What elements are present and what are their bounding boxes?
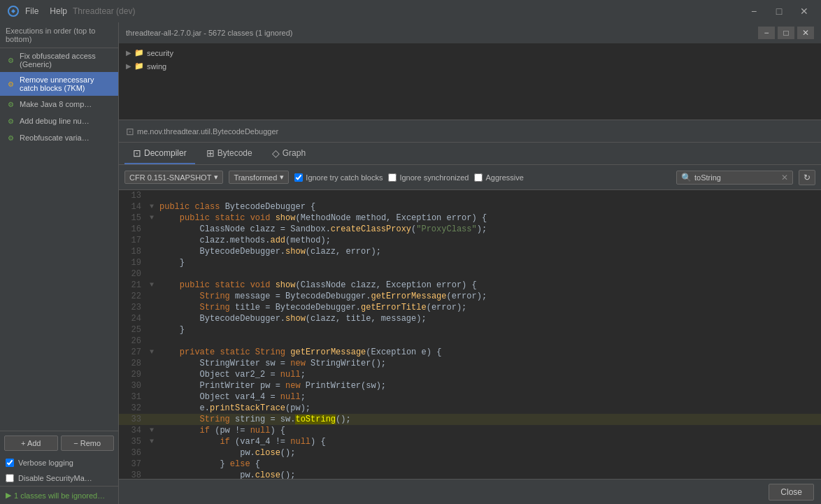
exec-icon-4: ⚙	[6, 133, 15, 143]
transform-dropdown[interactable]: Transformed ▾	[229, 171, 289, 184]
line-number: 25	[119, 324, 147, 336]
fold-icon	[147, 324, 157, 326]
line-number: 14	[119, 201, 147, 213]
menu-help[interactable]: Help	[50, 6, 67, 16]
exec-label-3: Add debug line nu…	[20, 117, 90, 125]
tab-graph-icon: ◇	[272, 147, 280, 159]
tab-graph[interactable]: ◇ Graph	[264, 143, 314, 164]
code-row: 25 }	[119, 324, 821, 336]
fold-icon	[147, 246, 157, 247]
fold-icon[interactable]: ▼	[147, 347, 157, 356]
code-row: 14▼public class BytecodeDebugger {	[119, 201, 821, 213]
code-content: ClassNode clazz = Sandbox.createClassPro…	[157, 224, 821, 235]
line-number: 20	[119, 268, 147, 280]
decompiler-toolbar: CFR 0.151-SNAPSHOT ▾ Transformed ▾ Ignor…	[119, 165, 821, 190]
line-number: 29	[119, 369, 147, 380]
file-tree-minimize[interactable]: −	[758, 27, 775, 39]
fold-icon	[147, 302, 157, 303]
fold-icon[interactable]: ▼	[147, 213, 157, 222]
code-row: 13	[119, 190, 821, 201]
ignore-try-catch-checkbox[interactable]	[294, 173, 303, 182]
fold-icon[interactable]: ▼	[147, 425, 157, 434]
execution-item-2[interactable]: ⚙ Make Java 8 comp…	[0, 96, 118, 113]
verbose-logging-label: Verbose logging	[18, 459, 73, 467]
verbose-logging-checkbox[interactable]	[6, 459, 14, 467]
tree-item-swing[interactable]: ▶ 📁 swing	[119, 59, 821, 73]
search-clear-icon[interactable]: ✕	[781, 173, 788, 182]
app-logo	[7, 5, 20, 17]
exec-icon-1: ⚙	[6, 79, 15, 89]
line-number: 28	[119, 358, 147, 369]
code-content: e.printStackTrace(pw);	[157, 403, 821, 414]
code-content: String string = sw.toString();	[157, 414, 821, 425]
code-content	[157, 268, 821, 270]
code-row: 27▼ private static String getErrorMessag…	[119, 347, 821, 358]
line-number: 35	[119, 436, 147, 447]
line-number: 17	[119, 235, 147, 246]
code-content: if (pw != null) {	[157, 425, 821, 436]
minimize-button[interactable]: −	[744, 4, 764, 18]
file-tree-maximize[interactable]: □	[778, 27, 794, 39]
code-row: 23 String title = BytecodeDebugger.getEr…	[119, 302, 821, 313]
execution-item-1[interactable]: ⚙ Remove unnecessary catch blocks (7KM)	[0, 72, 118, 96]
fold-icon[interactable]: ▼	[147, 436, 157, 445]
execution-item-3[interactable]: ⚙ Add debug line nu…	[0, 113, 118, 129]
close-button-main[interactable]: ✕	[794, 4, 814, 18]
code-row: 29 Object var2_2 = null;	[119, 369, 821, 380]
disable-security-checkbox[interactable]	[6, 474, 14, 482]
code-content: private static String getErrorMessage(Ex…	[157, 347, 821, 358]
aggressive-checkbox[interactable]	[474, 173, 483, 182]
refresh-button[interactable]: ↻	[799, 170, 815, 185]
add-button[interactable]: + Add	[4, 435, 58, 451]
search-input[interactable]	[694, 173, 778, 182]
fold-icon	[147, 358, 157, 359]
tab-decompiler-label: Decompiler	[144, 148, 187, 158]
code-content: pw.close();	[157, 470, 821, 479]
tab-bytecode[interactable]: ⊞ Bytecode	[198, 143, 261, 164]
code-content: if (var4_4 != null) {	[157, 436, 821, 447]
file-tree-close[interactable]: ✕	[797, 27, 814, 39]
tab-decompiler[interactable]: ⊡ Decompiler	[124, 143, 195, 164]
fold-icon	[147, 235, 157, 236]
code-content: public class BytecodeDebugger {	[157, 201, 821, 213]
code-row: 24 BytecodeDebugger.show(clazz, title, m…	[119, 313, 821, 324]
code-row: 21▼ public static void show(ClassNode cl…	[119, 280, 821, 291]
ignore-try-catch-label[interactable]: Ignore try catch blocks	[294, 173, 383, 182]
tree-item-security[interactable]: ▶ 📁 security	[119, 46, 821, 59]
ignore-synchronized-label[interactable]: Ignore synchronized	[388, 173, 469, 182]
remove-button[interactable]: − Remo	[61, 435, 115, 451]
code-row: 34▼ if (pw != null) {	[119, 425, 821, 436]
maximize-button[interactable]: □	[769, 4, 789, 18]
line-number: 22	[119, 291, 147, 302]
line-number: 34	[119, 425, 147, 436]
code-content	[157, 336, 821, 337]
line-number: 15	[119, 213, 147, 224]
execution-item-0[interactable]: ⚙ Fix obfuscated access (Generic)	[0, 48, 118, 72]
code-area[interactable]: 1314▼public class BytecodeDebugger {15▼ …	[119, 190, 821, 479]
main-content: Executions in order (top to bottom) ⚙ Fi…	[0, 22, 821, 504]
code-content: StringWriter sw = new StringWriter();	[157, 358, 821, 369]
ignore-synchronized-checkbox[interactable]	[388, 173, 397, 182]
code-row: 36 pw.close();	[119, 447, 821, 459]
exec-icon-0: ⚙	[6, 55, 15, 65]
line-number: 24	[119, 313, 147, 324]
execution-item-4[interactable]: ⚙ Reobfuscate varia…	[0, 129, 118, 146]
right-area: threadtear-all-2.7.0.jar - 5672 classes …	[119, 22, 821, 504]
menu-bar: File Help	[25, 6, 67, 16]
code-row: 18 BytecodeDebugger.show(clazz, error);	[119, 246, 821, 257]
file-tree-controls: − □ ✕	[758, 27, 814, 39]
version-dropdown[interactable]: CFR 0.151-SNAPSHOT ▾	[124, 171, 223, 184]
aggressive-label[interactable]: Aggressive	[474, 173, 523, 182]
close-dialog-button[interactable]: Close	[769, 484, 814, 501]
fold-icon[interactable]: ▼	[147, 201, 157, 210]
ignore-try-catch-text: Ignore try catch blocks	[306, 173, 383, 182]
app-window: File Help Threadtear (dev) − □ ✕ Executi…	[0, 0, 821, 504]
menu-file[interactable]: File	[25, 6, 38, 16]
fold-icon[interactable]: ▼	[147, 280, 157, 289]
code-content: BytecodeDebugger.show(clazz, error);	[157, 246, 821, 257]
line-number: 37	[119, 459, 147, 470]
decompiler-panel: ⊡ me.nov.threadtear.util.BytecodeDebugge…	[119, 120, 821, 504]
line-number: 32	[119, 403, 147, 414]
code-row: 20	[119, 268, 821, 280]
fold-icon	[147, 470, 157, 471]
